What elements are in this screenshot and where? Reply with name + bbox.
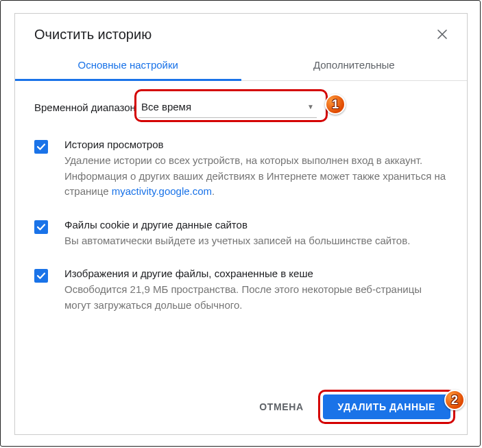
- delete-data-button[interactable]: УДАЛИТЬ ДАННЫЕ: [323, 394, 450, 419]
- tab-basic[interactable]: Основные настройки: [15, 49, 241, 80]
- option-desc: Удаление истории со всех устройств, на к…: [64, 153, 448, 200]
- option-desc: Вы автоматически выйдете из учетных запи…: [64, 233, 448, 249]
- tab-advanced[interactable]: Дополнительные: [241, 49, 468, 80]
- option-title: История просмотров: [64, 139, 448, 150]
- tabs: Основные настройки Дополнительные: [15, 49, 467, 81]
- dialog-footer: ОТМЕНА УДАЛИТЬ ДАННЫЕ: [15, 385, 467, 434]
- clear-history-dialog: Очистить историю Основные настройки Допо…: [14, 13, 468, 435]
- option-cache: Изображения и другие файлы, сохраненные …: [34, 268, 448, 313]
- cancel-button[interactable]: ОТМЕНА: [252, 396, 310, 418]
- check-icon: [36, 271, 46, 281]
- time-range-row: Временной диапазон Все время ▼: [34, 96, 448, 118]
- option-title: Файлы cookie и другие данные сайтов: [64, 219, 448, 231]
- time-range-select[interactable]: Все время ▼: [138, 96, 317, 118]
- check-icon: [36, 222, 46, 232]
- screenshot-frame: Очистить историю Основные настройки Допо…: [0, 0, 481, 447]
- time-range-select-wrap: Все время ▼: [138, 96, 317, 118]
- option-title: Изображения и другие файлы, сохраненные …: [64, 268, 448, 279]
- option-cookies: Файлы cookie и другие данные сайтов Вы а…: [34, 219, 448, 249]
- dialog-title: Очистить историю: [34, 27, 152, 43]
- check-icon: [36, 142, 46, 152]
- option-desc: Освободится 21,9 МБ пространства. После …: [64, 282, 448, 313]
- time-range-label: Временной диапазон: [34, 102, 136, 113]
- option-browsing-history: История просмотров Удаление истории со в…: [34, 139, 448, 200]
- close-button[interactable]: [434, 26, 450, 43]
- checkbox-cache[interactable]: [34, 269, 48, 283]
- close-icon: [437, 30, 447, 39]
- dialog-body: Временной диапазон Все время ▼ История: [15, 81, 467, 385]
- myactivity-link[interactable]: myactivity.google.com: [112, 185, 212, 197]
- checkbox-browsing-history[interactable]: [34, 140, 48, 154]
- dialog-header: Очистить историю: [15, 14, 467, 49]
- time-range-value: Все время: [141, 101, 191, 113]
- checkbox-cookies[interactable]: [34, 220, 48, 234]
- dropdown-caret-icon: ▼: [307, 103, 314, 110]
